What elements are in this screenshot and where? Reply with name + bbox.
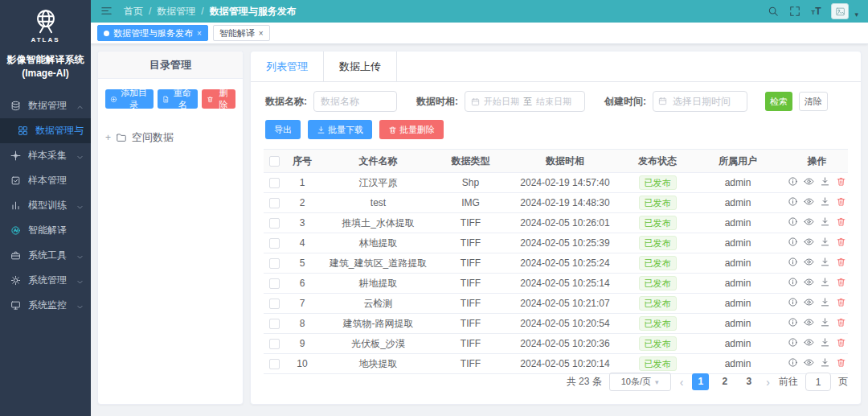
trash-icon[interactable]: [836, 277, 846, 287]
cell-user: admin: [690, 314, 786, 334]
font-size-icon[interactable]: TT: [811, 6, 821, 17]
eye-icon[interactable]: [804, 237, 814, 247]
row-checkbox[interactable]: [269, 278, 280, 289]
page-3-button[interactable]: 3: [740, 373, 757, 390]
download-icon[interactable]: [820, 317, 830, 327]
row-checkbox[interactable]: [269, 319, 280, 329]
sidebar-item-system-manage[interactable]: 系统管理: [0, 268, 91, 293]
tab-data-upload[interactable]: 数据上传: [324, 51, 397, 81]
trash-icon[interactable]: [836, 196, 846, 207]
sidebar-item-system-tools[interactable]: 系统工具: [0, 243, 91, 268]
avatar[interactable]: [831, 3, 849, 19]
page-2-button[interactable]: 2: [716, 373, 733, 390]
cell-type: TIFF: [436, 334, 505, 354]
download-icon[interactable]: [820, 337, 830, 348]
delete-directory-button[interactable]: 删除: [202, 89, 235, 109]
search-button[interactable]: 检索: [765, 92, 792, 111]
rename-button[interactable]: 重命名: [158, 89, 199, 109]
tag-ai-interpret[interactable]: 智能解译 ×: [213, 25, 270, 41]
row-checkbox[interactable]: [269, 178, 280, 188]
data-table-wrap: 序号 文件名称 数据类型 数据时相 发布状态 所属用户 操作 1 江汉平原 S: [251, 139, 861, 374]
select-all-checkbox[interactable]: [269, 156, 280, 167]
sidebar-item-data-management[interactable]: 数据管理: [0, 93, 91, 118]
eye-icon[interactable]: [804, 297, 814, 307]
trash-icon[interactable]: [836, 357, 846, 368]
row-checkbox[interactable]: [269, 238, 280, 249]
download-icon[interactable]: [820, 196, 830, 207]
page-size-select[interactable]: 10条/页 ▾: [609, 373, 671, 391]
breadcrumb-data-management[interactable]: 数据管理: [157, 5, 195, 19]
info-icon[interactable]: [788, 176, 798, 187]
sidebar-item-sample-collect[interactable]: 样本采集: [0, 143, 91, 168]
download-icon[interactable]: [820, 257, 830, 267]
tag-data-publish[interactable]: 数据管理与服务发布 ×: [97, 25, 208, 41]
sidebar-item-data-publish[interactable]: 数据管理与...: [0, 118, 91, 143]
row-checkbox[interactable]: [269, 339, 280, 349]
sidebar-item-system-monitor[interactable]: 系统监控: [0, 293, 91, 318]
info-icon[interactable]: [788, 297, 798, 307]
breadcrumb-home[interactable]: 首页: [124, 5, 143, 19]
info-icon[interactable]: [788, 216, 798, 227]
eye-icon[interactable]: [804, 176, 814, 187]
row-checkbox[interactable]: [269, 359, 280, 369]
fullscreen-icon[interactable]: [789, 6, 800, 17]
search-icon[interactable]: [768, 6, 779, 17]
goto-page-input[interactable]: [805, 373, 831, 391]
close-icon[interactable]: ×: [197, 29, 202, 38]
row-checkbox[interactable]: [269, 218, 280, 229]
cell-type: TIFF: [436, 294, 505, 314]
batch-download-button[interactable]: 批量下载: [308, 120, 372, 139]
eye-icon[interactable]: [804, 216, 814, 227]
tab-list-manage[interactable]: 列表管理: [251, 51, 324, 81]
info-icon[interactable]: [788, 237, 798, 247]
batch-delete-button[interactable]: 批量删除: [379, 120, 444, 139]
row-checkbox[interactable]: [269, 299, 280, 309]
created-input-wrap: [653, 91, 747, 112]
download-icon[interactable]: [820, 297, 830, 307]
clear-button[interactable]: 清除: [799, 92, 828, 111]
download-icon[interactable]: [820, 277, 830, 287]
close-icon[interactable]: ×: [259, 29, 264, 38]
info-icon[interactable]: [788, 196, 798, 207]
eye-icon[interactable]: [804, 357, 814, 368]
trash-icon[interactable]: [836, 297, 846, 307]
info-icon[interactable]: [788, 337, 798, 348]
date-range-input[interactable]: 开始日期 至 结束日期: [465, 91, 585, 112]
eye-icon[interactable]: [804, 257, 814, 267]
trash-icon[interactable]: [836, 237, 846, 247]
trash-icon[interactable]: [836, 257, 846, 267]
hamburger-icon[interactable]: [100, 5, 113, 18]
trash-icon[interactable]: [836, 176, 846, 187]
trash-icon[interactable]: [836, 317, 846, 327]
row-checkbox[interactable]: [269, 258, 280, 269]
download-icon[interactable]: [820, 357, 830, 368]
download-icon[interactable]: [820, 176, 830, 187]
sidebar-item-model-train[interactable]: 模型训练: [0, 193, 91, 218]
caret-down-icon[interactable]: ▾: [854, 10, 858, 19]
eye-icon[interactable]: [804, 337, 814, 348]
eye-icon[interactable]: [804, 196, 814, 207]
sidebar-item-ai-interpret[interactable]: 智能解译: [0, 218, 91, 243]
add-directory-button[interactable]: 添加目录: [105, 89, 154, 109]
prev-page-button[interactable]: ‹: [678, 376, 686, 389]
tree-expand-icon[interactable]: +: [105, 132, 111, 143]
row-checkbox[interactable]: [269, 198, 280, 208]
trash-icon[interactable]: [836, 337, 846, 348]
crosshair-icon: [10, 150, 21, 161]
info-icon[interactable]: [788, 277, 798, 287]
export-button[interactable]: 导出: [265, 120, 301, 139]
sidebar-item-sample-manage[interactable]: 样本管理: [0, 168, 91, 193]
page-1-button[interactable]: 1: [692, 373, 709, 390]
name-filter-input[interactable]: [313, 91, 397, 112]
eye-icon[interactable]: [804, 317, 814, 327]
tree-node-spatial-data[interactable]: + 空间数据: [105, 130, 235, 145]
info-icon[interactable]: [788, 357, 798, 368]
breadcrumb: 首页 / 数据管理 / 数据管理与服务发布: [124, 5, 297, 19]
download-icon[interactable]: [820, 237, 830, 247]
info-icon[interactable]: [788, 257, 798, 267]
trash-icon[interactable]: [836, 216, 846, 227]
download-icon[interactable]: [820, 216, 830, 227]
info-icon[interactable]: [788, 317, 798, 327]
next-page-button[interactable]: ›: [764, 376, 772, 389]
eye-icon[interactable]: [804, 277, 814, 287]
